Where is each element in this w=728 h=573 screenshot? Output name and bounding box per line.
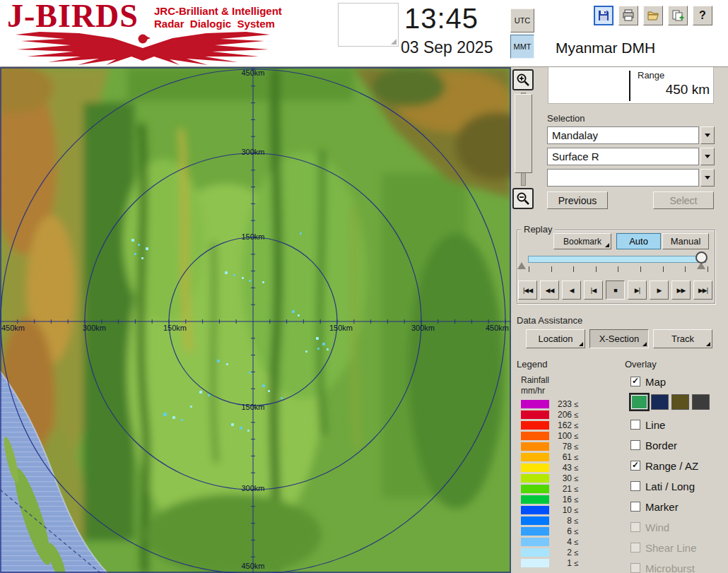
legend-value: 16 xyxy=(552,495,572,504)
legend-operator: ≤ xyxy=(574,559,578,567)
overlay-item-label: Border xyxy=(645,439,677,451)
overlay-checkbox[interactable]: ✓ xyxy=(630,420,640,430)
legend-scale: 233 ≤ 206 ≤ 162 ≤ 100 ≤ 78 ≤ 61 xyxy=(521,398,578,568)
playback-button[interactable]: ▶ xyxy=(650,280,669,300)
save-button[interactable] xyxy=(594,6,613,25)
playback-button[interactable]: ▶▶| xyxy=(693,280,712,300)
dropdown-arrow-button[interactable] xyxy=(700,148,715,165)
selection-dropdown-row xyxy=(547,169,715,187)
auto-mode-button[interactable]: Auto xyxy=(616,233,661,249)
overlay-item-map[interactable]: ✓ Map xyxy=(630,374,726,389)
svg-text:450km: 450km xyxy=(1,324,25,332)
overlay-checkbox[interactable]: ✓ xyxy=(630,502,640,512)
legend-row: 233 ≤ xyxy=(521,398,578,409)
mmt-toggle-button[interactable]: MMT xyxy=(510,35,534,59)
selection-dropdowns: Mandalay Surface R xyxy=(547,126,715,190)
replay-timeline-track[interactable] xyxy=(528,256,706,263)
legend-value: 4 xyxy=(552,537,572,547)
overlay-checkbox[interactable]: ✓ xyxy=(630,481,640,491)
overlay-checkbox[interactable]: ✓ xyxy=(630,543,640,553)
overlay-item-label: Shear Line xyxy=(645,542,697,554)
dropdown-field[interactable]: Surface R xyxy=(547,148,699,165)
overlay-checkbox[interactable]: ✓ xyxy=(630,522,640,532)
print-icon xyxy=(622,9,635,22)
zoom-in-button[interactable] xyxy=(512,69,534,90)
legend-operator: ≤ xyxy=(574,463,578,472)
legend-title: Rainfall xyxy=(521,375,549,385)
legend-value: 10 xyxy=(552,505,572,515)
legend-color-swatch xyxy=(521,485,549,493)
app-window: J-BIRDS JRC-Brilliant & Intelligent Rada… xyxy=(0,0,728,573)
data-assistance-button[interactable]: Location xyxy=(526,329,585,348)
overlay-checkbox[interactable]: ✓ xyxy=(630,440,640,450)
overlay-item[interactable]: ✓ Lati / Long xyxy=(630,478,726,494)
legend-operator: ≤ xyxy=(574,506,578,514)
playback-button[interactable]: |◀◀ xyxy=(518,280,537,300)
legend-color-swatch xyxy=(521,516,549,525)
playback-button[interactable]: ◀ xyxy=(562,280,581,300)
manual-mode-button[interactable]: Manual xyxy=(662,233,709,249)
playback-button[interactable]: ▶▶ xyxy=(671,280,691,300)
overlay-item[interactable]: ✓ Microburst xyxy=(630,560,726,573)
help-icon: ? xyxy=(699,9,706,22)
dropdown-field[interactable]: Mandalay xyxy=(547,126,699,144)
legend-operator: ≤ xyxy=(574,421,578,430)
radar-map-area[interactable]: 450km300km150km150km300km450km450km300km… xyxy=(0,67,511,573)
legend-value: 206 xyxy=(552,410,572,420)
dropdown-arrow-button[interactable] xyxy=(700,169,715,187)
overlay-item-label: Range / AZ xyxy=(645,460,698,472)
map-checkbox[interactable]: ✓ xyxy=(630,377,640,386)
legend-operator: ≤ xyxy=(574,485,578,493)
overlay-item[interactable]: ✓ Line xyxy=(630,417,726,432)
overlay-item[interactable]: ✓ Wind xyxy=(630,519,726,535)
data-assistance-button[interactable]: X-Section xyxy=(589,329,649,348)
previous-button[interactable]: Previous xyxy=(547,191,608,209)
export-button[interactable] xyxy=(668,6,688,25)
overlay-map-label: Map xyxy=(645,376,666,388)
legend-color-swatch xyxy=(521,527,549,536)
selection-label: Selection xyxy=(547,113,585,124)
check-icon: ✓ xyxy=(632,460,639,470)
range-label: Range xyxy=(638,70,664,81)
dropdown-field[interactable] xyxy=(547,169,699,187)
chevron-down-icon xyxy=(705,176,710,179)
playback-button[interactable]: ■ xyxy=(606,280,625,300)
overlay-item[interactable]: ✓ Shear Line xyxy=(630,540,726,555)
overlay-checkbox[interactable]: ✓ xyxy=(630,461,640,471)
check-icon: ✓ xyxy=(632,376,639,386)
overlay-item[interactable]: ✓ Range / AZ xyxy=(630,458,726,473)
map-style-swatch[interactable] xyxy=(692,394,710,410)
print-button[interactable] xyxy=(618,6,638,25)
playback-button[interactable]: ◀◀ xyxy=(540,280,559,300)
svg-text:300km: 300km xyxy=(241,484,264,492)
data-assistance-button[interactable]: Track xyxy=(653,329,712,348)
zoom-out-button[interactable] xyxy=(512,188,534,209)
overlay-item[interactable]: ✓ Border xyxy=(630,437,726,453)
select-button[interactable]: Select xyxy=(653,191,714,209)
overlay-checkbox[interactable]: ✓ xyxy=(630,563,640,573)
utc-toggle-button[interactable]: UTC xyxy=(510,8,534,33)
help-button[interactable]: ? xyxy=(693,6,712,25)
zoom-slider-thumb[interactable] xyxy=(515,94,532,173)
playback-button[interactable]: ▶| xyxy=(628,280,647,300)
legend-row: 43 ≤ xyxy=(521,462,578,473)
chevron-down-icon xyxy=(705,155,710,158)
playback-button[interactable]: |◀ xyxy=(584,280,603,300)
map-style-swatch[interactable] xyxy=(651,394,669,410)
selection-dropdown-row: Mandalay xyxy=(547,126,715,144)
overlay-item[interactable]: ✓ Marker xyxy=(630,499,726,514)
legend-color-swatch xyxy=(521,495,549,504)
legend-operator: ≤ xyxy=(574,538,578,546)
legend-value: 100 xyxy=(552,431,572,441)
replay-timeline-handle[interactable] xyxy=(695,252,708,264)
bookmark-button[interactable]: Bookmark xyxy=(553,233,611,249)
dropdown-arrow-button[interactable] xyxy=(700,126,715,144)
legend-color-swatch xyxy=(521,400,549,408)
open-folder-button[interactable] xyxy=(643,6,663,25)
map-style-swatch[interactable] xyxy=(671,394,689,410)
map-style-swatch[interactable] xyxy=(630,394,648,410)
legend-operator: ≤ xyxy=(574,400,578,408)
radar-map[interactable]: 450km300km150km150km300km450km450km300km… xyxy=(0,67,511,573)
copy-page-icon xyxy=(671,9,684,22)
svg-text:150km: 150km xyxy=(329,324,353,332)
